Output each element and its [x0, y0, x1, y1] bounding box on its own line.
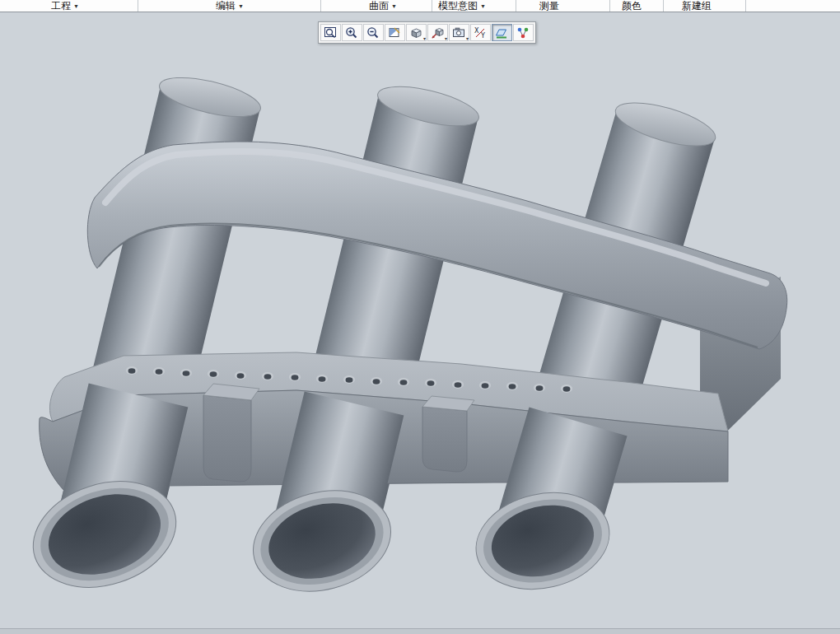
chevron-down-icon: ▼: [73, 3, 79, 9]
chevron-down-icon: ▼: [391, 3, 397, 9]
menubar-divider: [320, 0, 321, 12]
zoom-window-icon: [324, 26, 338, 40]
datum-tag-display-button[interactable]: X Y: [470, 24, 491, 41]
chevron-down-icon: ▾: [466, 36, 469, 41]
datum-display-toggle-button[interactable]: [492, 24, 512, 41]
menubar-divider: [745, 0, 746, 12]
window-bottom-edge: [0, 628, 840, 634]
svg-text:X: X: [474, 27, 479, 35]
menubar-divider: [663, 0, 664, 12]
repaint-icon: [388, 26, 402, 40]
repaint-button[interactable]: [385, 24, 405, 41]
view-orientation-icon: [431, 26, 445, 40]
chevron-down-icon: ▾: [445, 36, 447, 41]
menubar: 工程▼ 编辑▼ 曲面▼ 模型意图▼ 测量 颜色 新建组: [0, 0, 840, 12]
chevron-down-icon: ▼: [238, 3, 244, 9]
menubar-divider: [609, 0, 610, 12]
view-orientation-button[interactable]: ▾: [427, 24, 448, 41]
menu-color[interactable]: 颜色: [622, 0, 642, 12]
menu-new-group[interactable]: 新建组: [682, 0, 712, 12]
zoom-window-button[interactable]: [320, 24, 341, 41]
model-tree-graph-button[interactable]: [513, 24, 534, 41]
view-toolbar: ▾ ▾ ▾ X Y: [318, 21, 536, 44]
menu-model-intent[interactable]: 模型意图▼: [438, 0, 486, 12]
model-tree-graph-icon: [516, 26, 530, 40]
zoom-out-icon: [366, 26, 380, 40]
tab-left: [203, 384, 259, 482]
menu-surface[interactable]: 曲面▼: [369, 0, 397, 12]
menu-edit[interactable]: 编辑▼: [216, 0, 244, 12]
saved-views-button[interactable]: ▾: [449, 24, 469, 41]
svg-text:Y: Y: [480, 32, 485, 40]
chevron-down-icon: ▾: [423, 36, 426, 41]
shaded-view-button[interactable]: ▾: [406, 24, 427, 41]
menubar-divider: [516, 0, 516, 12]
viewport-3d[interactable]: [0, 0, 840, 634]
menubar-divider: [138, 0, 138, 12]
datum-display-toggle-icon: [495, 26, 509, 40]
saved-views-icon: [452, 26, 466, 40]
tab-right: [422, 396, 474, 472]
app-window: 工程▼ 编辑▼ 曲面▼ 模型意图▼ 测量 颜色 新建组: [0, 0, 840, 634]
datum-tag-display-icon: X Y: [474, 26, 488, 40]
chevron-down-icon: ▼: [480, 3, 486, 9]
zoom-in-icon: [345, 26, 359, 40]
menu-measure[interactable]: 测量: [539, 0, 559, 12]
menubar-divider: [432, 0, 432, 12]
zoom-in-button[interactable]: [342, 24, 362, 41]
zoom-out-button[interactable]: [363, 24, 384, 41]
menu-engineering[interactable]: 工程▼: [51, 0, 79, 12]
shaded-view-icon: [409, 26, 423, 40]
